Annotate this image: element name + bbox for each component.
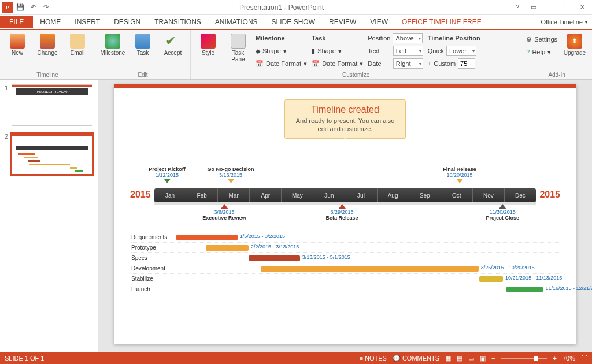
month-cell: Jan [154, 188, 186, 202]
position-label: Position [368, 35, 390, 42]
date-format-dropdown[interactable]: 📅 Date Format ▾ [256, 58, 307, 69]
notes-button[interactable]: ≡ NOTES [359, 355, 386, 362]
month-cell: Oct [441, 188, 473, 202]
view-sorter-icon[interactable]: ▤ [457, 355, 462, 362]
tab-review[interactable]: REVIEW [322, 16, 363, 28]
tab-office-timeline[interactable]: OFFICE TIMELINE FREE [395, 16, 489, 28]
custom-label: Custom [434, 60, 456, 67]
task-date-format-dropdown[interactable]: 📅 Date Format ▾ [312, 58, 363, 69]
new-timeline-button[interactable]: New [5, 31, 30, 56]
heading-timeline-position: Timeline Position [428, 32, 480, 44]
tab-insert[interactable]: INSERT [68, 16, 107, 28]
chevron-down-icon: ▾ [585, 20, 587, 25]
milestone[interactable]: 6/29/2015Beta Release [325, 203, 358, 221]
style-button[interactable]: Style [195, 31, 221, 56]
tab-view[interactable]: VIEW [363, 16, 395, 28]
milestone[interactable]: 11/30/2015Project Close [486, 203, 519, 221]
month-cell: Jun [313, 188, 345, 202]
tab-design[interactable]: DESIGN [107, 16, 147, 28]
save-icon[interactable]: 💾 [15, 2, 25, 13]
email-button[interactable]: Email [65, 31, 90, 56]
ribbon-tabs: FILE HOME INSERT DESIGN TRANSITIONS ANIM… [0, 15, 592, 29]
tab-file[interactable]: FILE [0, 16, 33, 28]
title-bar: P 💾 ↶ ↷ Presentation1 - PowerPoint ? ▭ —… [0, 0, 592, 15]
view-slideshow-icon[interactable]: ▣ [480, 355, 486, 362]
milestone[interactable]: Project Kickoff1/12/2015 [149, 166, 186, 184]
ribbon-options-icon[interactable]: ▭ [528, 3, 539, 11]
month-cell: Nov [473, 188, 505, 202]
task-pane-button[interactable]: Task Pane [225, 31, 251, 62]
shape-dropdown[interactable]: ◆ Shape ▾ [256, 45, 307, 57]
group-customize: Style Task Pane Milestone ◆ Shape ▾ 📅 Da… [191, 30, 521, 79]
group-timeline: New Change Email Timeline [0, 30, 95, 79]
month-cell: Dec [505, 188, 536, 202]
custom-toolbar-right[interactable]: Office Timeline ▾ [541, 18, 592, 25]
group-label: Edit [100, 70, 186, 79]
quick-select[interactable]: Lower [446, 46, 476, 56]
gantt-row[interactable]: Prototype2/2/2015 - 3/13/2015 [131, 242, 559, 252]
text-label: Text [368, 47, 379, 54]
maximize-icon[interactable]: ☐ [561, 3, 571, 11]
group-label: Customize [195, 70, 516, 79]
close-icon[interactable]: ✕ [577, 3, 587, 11]
month-cell: Aug [378, 188, 409, 202]
year-left: 2015 [130, 190, 151, 200]
accept-button[interactable]: ✔Accept [160, 31, 186, 56]
gantt-row[interactable]: Development3/25/2015 - 10/20/2015 [131, 263, 559, 273]
milestone[interactable]: 3/6/2015Executive Review [202, 203, 246, 221]
group-addin: ⚙ Settings ? Help ▾ Upgrade Add-In [521, 30, 592, 79]
tab-home[interactable]: HOME [33, 16, 68, 28]
heading-task: Task [312, 32, 363, 44]
slide-thumb-1[interactable]: PROJECT REVIEW [12, 84, 92, 126]
task-button[interactable]: Task [130, 31, 156, 56]
tab-animations[interactable]: ANIMATIONS [208, 16, 265, 28]
zoom-slider[interactable] [501, 358, 547, 359]
group-label: Timeline [5, 70, 90, 79]
milestone-button[interactable]: Milestone [100, 31, 125, 56]
gantt-rows: Requirements1/5/2015 - 3/2/2015Prototype… [131, 232, 559, 294]
comments-button[interactable]: 💬 COMMENTS [393, 355, 439, 362]
undo-icon[interactable]: ↶ [28, 2, 38, 13]
custom-input[interactable] [458, 58, 475, 69]
upgrade-button[interactable]: Upgrade [562, 31, 587, 56]
minimize-icon[interactable]: — [545, 3, 555, 11]
status-bar: SLIDE 1 OF 1 ≡ NOTES 💬 COMMENTS ▦ ▤ ▭ ▣ … [0, 352, 592, 364]
slide-thumb-2[interactable] [12, 133, 92, 174]
redo-icon[interactable]: ↷ [40, 2, 51, 13]
slide-canvas[interactable]: Timeline created And ready to present. Y… [114, 84, 576, 344]
position-select[interactable]: Above [393, 33, 423, 43]
view-normal-icon[interactable]: ▦ [445, 355, 451, 362]
help-icon[interactable]: ? [512, 3, 523, 11]
month-cell: Sep [409, 188, 441, 202]
gantt-row[interactable]: Launch11/16/2015 - 12/21/2015 [131, 284, 559, 294]
change-button[interactable]: Change [35, 31, 60, 56]
task-shape-dropdown[interactable]: ▮ Shape ▾ [312, 45, 363, 57]
milestone[interactable]: Final Release10/20/2015 [443, 166, 476, 184]
slide-thumbnails: 1 PROJECT REVIEW 2 [0, 80, 98, 352]
gantt-row[interactable]: Specs3/13/2015 - 5/1/2015 [131, 252, 559, 263]
view-reading-icon[interactable]: ▭ [468, 355, 474, 362]
bubble-body: And ready to present. You can also edit … [291, 117, 399, 133]
tab-slideshow[interactable]: SLIDE SHOW [265, 16, 322, 28]
settings-button[interactable]: ⚙ Settings [526, 34, 557, 45]
date-select[interactable]: Right [393, 58, 423, 69]
bubble-title: Timeline created [291, 105, 399, 115]
fit-icon[interactable]: ⛶ [581, 355, 587, 362]
zoom-out-icon[interactable]: − [491, 355, 495, 362]
month-cell: May [282, 188, 313, 202]
custom-toolbar-label: Office Timeline [541, 18, 583, 25]
month-axis: JanFebMarAprMayJunJulAugSepOctNovDec [154, 188, 536, 202]
help-button[interactable]: ? Help ▾ [526, 46, 557, 58]
workspace: 1 PROJECT REVIEW 2 Timeline [0, 80, 592, 352]
text-select[interactable]: Left [393, 46, 423, 56]
heading-milestone: Milestone [256, 32, 307, 44]
gantt-row[interactable]: Stabilize10/21/2015 - 11/13/2015 [131, 273, 559, 284]
ribbon: New Change Email Timeline Milestone Task… [0, 29, 592, 80]
milestone[interactable]: Go No-go Decision3/13/2015 [208, 166, 254, 184]
slide-counter: SLIDE 1 OF 1 [5, 355, 44, 362]
thumb-number: 2 [5, 133, 8, 174]
gantt-row[interactable]: Requirements1/5/2015 - 3/2/2015 [131, 232, 559, 242]
window-buttons: ? ▭ — ☐ ✕ [512, 3, 592, 11]
tab-transitions[interactable]: TRANSITIONS [147, 16, 208, 28]
zoom-in-icon[interactable]: + [553, 355, 557, 362]
